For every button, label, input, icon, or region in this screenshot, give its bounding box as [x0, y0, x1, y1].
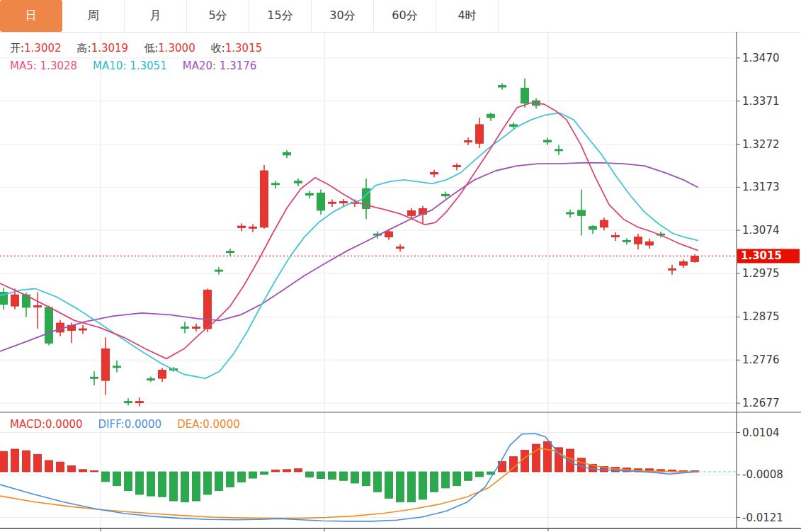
open-value: 1.3002: [24, 42, 62, 55]
high-label: 高:: [77, 42, 91, 55]
close-value: 1.3015: [225, 42, 263, 55]
low-value: 1.3000: [158, 42, 195, 55]
close-label: 收:: [211, 42, 225, 55]
ma20-line: [0, 163, 698, 351]
svg-text:1.3371: 1.3371: [742, 95, 780, 108]
dea-line: [0, 448, 698, 519]
high-value: 1.3019: [91, 42, 129, 55]
dea-label: DEA:: [177, 418, 203, 431]
svg-text:1.2875: 1.2875: [742, 310, 780, 323]
ma-readout: MA5: 1.3028 MA10: 1.3051 MA20: 1.3176: [10, 60, 268, 72]
ma10-value: 1.3051: [130, 60, 167, 72]
macd-value: 0.0000: [45, 418, 83, 431]
kline-chart-app: 日周月5分15分30分60分4时 开:1.3002 高:1.3019 低:1.3…: [0, 0, 801, 532]
ma10-line: [0, 113, 698, 378]
chart-canvas[interactable]: 1.34701.33711.32721.31731.30741.29751.28…: [0, 0, 801, 532]
svg-text:0.0104: 0.0104: [742, 426, 780, 439]
diff-label: DIFF:: [98, 418, 125, 431]
open-label: 开:: [10, 42, 24, 55]
macd-histogram: [0, 441, 699, 502]
svg-text:1.3470: 1.3470: [742, 52, 780, 64]
svg-text:1.3173: 1.3173: [742, 181, 780, 193]
diff-value: 0.0000: [125, 418, 162, 431]
ma5-label: MA5:: [10, 60, 37, 72]
svg-text:-0.0121: -0.0121: [742, 511, 783, 524]
ma20-value: 1.3176: [220, 60, 257, 72]
macd-readout: MACD:0.0000 DIFF:0.0000 DEA:0.0000: [10, 418, 251, 431]
price-axis-labels: 1.34701.33711.32721.31731.30741.29751.28…: [737, 52, 783, 524]
macd-label: MACD:: [10, 418, 45, 431]
candlestick-series: [0, 79, 699, 407]
gridlines: [0, 32, 737, 528]
svg-text:1.2975: 1.2975: [742, 267, 780, 280]
ma10-label: MA10:: [93, 60, 126, 72]
svg-text:1.3074: 1.3074: [742, 224, 780, 237]
low-label: 低:: [144, 42, 158, 55]
ohlc-readout: 开:1.3002 高:1.3019 低:1.3000 收:1.3015: [10, 42, 273, 55]
svg-text:1.2776: 1.2776: [742, 353, 780, 366]
svg-text:1.2677: 1.2677: [742, 397, 780, 409]
ma5-value: 1.3028: [40, 60, 78, 72]
last-price-badge-text: 1.3015: [741, 249, 782, 262]
svg-text:-0.0008: -0.0008: [742, 468, 783, 481]
ma20-label: MA20:: [183, 60, 216, 72]
dea-value: 0.0000: [203, 418, 240, 431]
svg-text:1.3272: 1.3272: [742, 138, 780, 151]
